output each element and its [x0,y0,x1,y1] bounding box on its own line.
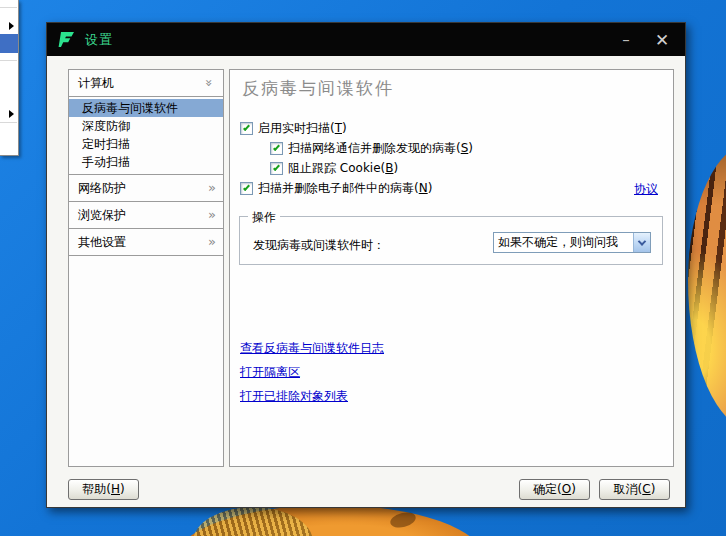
double-chevron-right-icon [208,202,216,229]
virus-action-label: 发现病毒或间谍软件时： [253,237,385,254]
double-chevron-right-icon [208,229,216,256]
titlebar[interactable]: 设置 – ✕ [47,23,685,56]
help-button[interactable]: 帮助(H) [68,479,139,500]
settings-content-panel: 反病毒与间谍软件 启用实时扫描(T) 扫描网络通信并删除发现的病毒(S) 阻止跟… [229,69,674,467]
virus-action-dropdown[interactable]: 如果不确定，则询问我 [493,232,651,253]
sidebar-item-antivirus-spyware[interactable]: 反病毒与间谍软件 [69,99,223,117]
sidebar-section-network-protection[interactable]: 网络防护 [69,175,223,202]
settings-sidebar: 计算机 反病毒与间谍软件 深度防御 定时扫描 手动扫描 网络防护 浏览保护 其他… [68,69,224,467]
context-menu-partial[interactable] [0,0,19,156]
sidebar-item-deepguard[interactable]: 深度防御 [69,117,223,135]
checkbox-checked-icon[interactable] [270,142,283,155]
view-antivirus-log-link[interactable]: 查看反病毒与间谍软件日志 [240,340,384,357]
ok-button[interactable]: 确定(O) [519,479,590,500]
actions-groupbox: 操作 发现病毒或间谍软件时： 如果不确定，则询问我 [239,216,663,265]
sidebar-item-scheduled-scan[interactable]: 定时扫描 [69,135,223,153]
double-chevron-down-icon [205,70,213,97]
agreement-link[interactable]: 协议 [634,181,658,198]
wallpaper-fish-bottom [175,505,485,536]
checkbox-label: 启用实时扫描(T) [258,120,347,137]
cancel-button[interactable]: 取消(C) [599,479,670,500]
groupbox-legend: 操作 [248,209,280,226]
wallpaper-fish-right [688,142,726,430]
menu-separator [0,7,17,8]
sidebar-section-label: 浏览保护 [78,208,126,222]
app-logo-icon [58,31,75,48]
sidebar-section-other-settings[interactable]: 其他设置 [69,229,223,256]
submenu-arrow-icon[interactable] [9,22,14,30]
sidebar-item-manual-scan[interactable]: 手动扫描 [69,153,223,171]
checkbox-realtime-scanning[interactable]: 启用实时扫描(T) [240,120,347,136]
close-icon[interactable]: ✕ [651,30,673,50]
checkbox-checked-icon[interactable] [240,182,253,195]
chevron-down-icon [638,237,646,245]
open-quarantine-link[interactable]: 打开隔离区 [240,364,300,381]
sidebar-section-computer[interactable]: 计算机 [69,70,223,97]
menu-selected-item[interactable] [0,34,18,53]
checkbox-scan-email-viruses[interactable]: 扫描并删除电子邮件中的病毒(N) [240,180,432,196]
dropdown-selected-value: 如果不确定，则询问我 [494,233,633,252]
sidebar-section-label: 网络防护 [78,181,126,195]
checkbox-label: 扫描网络通信并删除发现的病毒(S) [288,140,473,157]
checkbox-scan-web-traffic[interactable]: 扫描网络通信并删除发现的病毒(S) [270,140,473,156]
sidebar-section-label: 其他设置 [78,235,126,249]
dropdown-arrow-button[interactable] [633,233,650,252]
page-title: 反病毒与间谍软件 [242,77,394,100]
checkbox-block-tracking-cookies[interactable]: 阻止跟踪 Cookie(B) [270,160,398,176]
checkbox-checked-icon[interactable] [240,122,253,135]
sidebar-section-browsing-protection[interactable]: 浏览保护 [69,202,223,229]
settings-window: 设置 – ✕ 计算机 反病毒与间谍软件 深度防御 定时扫描 手动扫描 网络防护 … [46,22,686,508]
checkbox-checked-icon[interactable] [270,162,283,175]
minimize-icon[interactable]: – [615,31,637,49]
submenu-arrow-icon[interactable] [9,110,14,118]
window-title: 设置 [85,31,113,49]
checkbox-label: 扫描并删除电子邮件中的病毒(N) [258,180,432,197]
checkbox-label: 阻止跟踪 Cookie(B) [288,160,398,177]
menu-separator [0,122,17,123]
menu-separator [0,60,17,61]
sidebar-item-group: 反病毒与间谍软件 深度防御 定时扫描 手动扫描 [69,97,223,175]
sidebar-section-label: 计算机 [78,76,114,90]
double-chevron-right-icon [208,175,216,202]
open-excluded-items-link[interactable]: 打开已排除对象列表 [240,388,348,405]
